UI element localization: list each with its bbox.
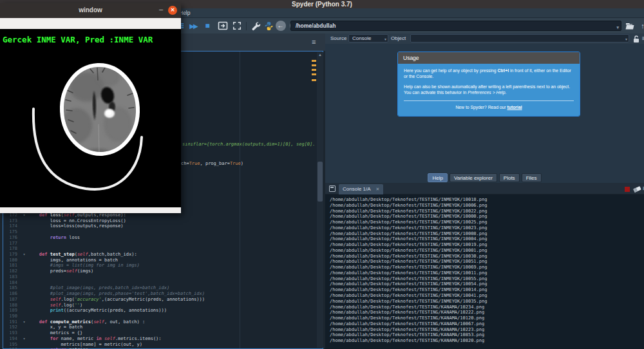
warning-mark[interactable] (312, 79, 316, 81)
code-line[interactable]: 176 return loss (3, 235, 317, 241)
object-input[interactable]: ▾ (410, 34, 629, 42)
tab-plots[interactable]: Plots (499, 173, 520, 182)
line-number: 179 (3, 252, 20, 258)
fast-forward-icon: ▶▶ (189, 23, 196, 30)
line-number: 195 (3, 342, 20, 348)
fold-marker-icon (20, 291, 28, 297)
code-line[interactable]: 186 #plot_image(imgs, preds,phase='test'… (3, 291, 317, 297)
browse-tabs-icon[interactable] (329, 185, 336, 192)
cv-window-statusbar (0, 207, 181, 213)
line-number: 184 (3, 280, 20, 286)
tab-help[interactable]: Help (428, 173, 447, 182)
code-text: #plot_image(imgs, preds,batch_idx=batch_… (28, 285, 169, 291)
warning-mark[interactable] (312, 69, 316, 71)
close-button[interactable]: ✕ (168, 6, 177, 15)
up-arrow-icon: ↑ (641, 22, 644, 30)
code-line[interactable]: 188 self.log('') (3, 303, 317, 308)
fold-marker-icon (20, 303, 28, 308)
pane-layout-button[interactable] (217, 21, 229, 31)
console-line: /home/abdullah/Desktop/Teknofest/TESTING… (330, 276, 644, 282)
code-line[interactable]: 194▾ for name, metric in self.metrics.it… (3, 336, 317, 342)
source-select[interactable]: Console ▾ (348, 34, 388, 42)
fold-marker-icon[interactable]: ▾ (20, 336, 28, 342)
warning-mark[interactable] (312, 73, 316, 75)
code-line[interactable]: 195 metrics[name] = metric(out, y) (3, 342, 317, 348)
tab-console-1a[interactable]: Console 1/A ✕ (339, 184, 383, 194)
fold-marker-icon (20, 325, 28, 330)
code-line[interactable]: 187 self.log('accuracy',(accuracyMetric(… (3, 297, 317, 303)
usage-divider (404, 100, 574, 101)
tab-variable-explorer[interactable]: Variable explorer (450, 173, 497, 182)
browse-directory-button[interactable] (624, 21, 636, 31)
warning-mark[interactable] (312, 64, 316, 66)
fold-marker-icon[interactable]: ▾ (20, 212, 28, 218)
code-line[interactable]: 180 imgs, annotations = batch (3, 258, 317, 263)
cv-window-titlebar[interactable]: window – ✕ (0, 3, 181, 18)
console-line: /home/abdullah/Desktop/Teknofest/TESTING… (330, 321, 644, 327)
editor-options-menu-icon[interactable]: ≡ (312, 37, 316, 46)
code-line[interactable]: 185 #plot_image(imgs, preds,batch_idx=ba… (3, 285, 317, 291)
code-line[interactable]: 173 loss = nn.CrossEntropyLoss() (3, 218, 317, 224)
fold-marker-icon (20, 246, 28, 252)
code-line[interactable]: 179▾ def test_step(self,batch,batch_idx)… (3, 252, 317, 258)
code-text: print((accuracyMetric(preds, annotations… (28, 308, 167, 314)
preferences-button[interactable] (250, 21, 261, 31)
maximize-pane-button[interactable] (231, 21, 243, 31)
minimize-icon[interactable]: – (159, 5, 163, 13)
tab-files[interactable]: Files (522, 173, 542, 182)
code-text: def test_step(self,batch,batch_idx): (28, 252, 137, 258)
console-line: /home/abdullah/Desktop/Teknofest/TESTING… (330, 310, 644, 316)
code-line[interactable]: 192 x, y = batch (3, 325, 317, 330)
fold-marker-icon (20, 280, 28, 286)
code-fragment-call: ch=True, prog_bar=True) (181, 161, 243, 166)
code-line[interactable]: 193 metrics = {} (3, 330, 317, 336)
console-tab-label: Console 1/A (343, 186, 370, 192)
source-label: Source (330, 35, 346, 41)
console-line: /home/abdullah/Desktop/Teknofest/TESTING… (330, 225, 644, 231)
code-line[interactable]: 174 loss=loss(outputs,response) (3, 223, 317, 229)
line-number: 191 (3, 319, 20, 325)
fold-marker-icon[interactable]: ▾ (20, 319, 28, 325)
code-line[interactable]: 183 (3, 274, 317, 280)
console-output[interactable]: /home/abdullah/Desktop/Teknofest/TESTING… (325, 194, 644, 349)
fold-marker-icon (20, 342, 28, 348)
fold-marker-icon (20, 330, 28, 336)
code-line[interactable]: 177 (3, 241, 317, 247)
python-logo-icon (264, 21, 274, 31)
editor-scrollbar[interactable]: ▲ (317, 52, 323, 348)
code-lines: 172▾ def loss(self,outputs,response):173… (3, 212, 317, 349)
python-env-button[interactable] (263, 21, 274, 31)
help-toolbar: Source Console ▾ Object ▾ ≡ (325, 33, 644, 44)
tutorial-link[interactable]: tutorial (507, 105, 522, 109)
chevron-down-icon[interactable]: ▾ (616, 23, 619, 32)
code-line[interactable]: 178 (3, 246, 317, 252)
working-directory-field[interactable]: /home/abdullah ▾ (290, 21, 621, 31)
clear-console-icon[interactable] (633, 186, 641, 193)
back-button[interactable]: ← (274, 21, 287, 31)
code-line[interactable]: 190 (3, 314, 317, 319)
cv-window[interactable]: window – ✕ (0, 3, 181, 213)
debug-continue-button[interactable]: ▶▶ (187, 21, 199, 31)
code-line[interactable]: 191▾ def compute_metrics(self, out, batc… (3, 319, 317, 325)
fold-marker-icon (20, 285, 28, 291)
lock-icon[interactable] (632, 35, 640, 43)
code-line[interactable]: 181 #imgs = list(img for img in imgs) (3, 263, 317, 269)
code-line[interactable]: 182 preds=self(imgs) (3, 269, 317, 274)
editor-scrollbar-thumb[interactable] (317, 162, 323, 202)
usage-footer: New to Spyder? Read our tutorial (404, 105, 574, 112)
fold-marker-icon[interactable]: ▾ (20, 252, 28, 258)
code-line[interactable]: 184 (3, 280, 317, 286)
fold-marker-icon (20, 218, 28, 224)
warning-mark[interactable] (312, 60, 316, 62)
stop-debug-button[interactable]: ■ (202, 21, 213, 31)
code-line[interactable]: 172▾ def loss(self,outputs,response): (3, 212, 317, 218)
chevron-down-icon: ▾ (384, 36, 386, 43)
close-icon[interactable]: ✕ (375, 187, 379, 191)
interrupt-kernel-button[interactable] (625, 187, 630, 192)
scroll-up-icon[interactable]: ▲ (317, 53, 323, 57)
line-number: 176 (3, 235, 20, 241)
parent-directory-button[interactable]: ↑ (639, 21, 644, 31)
code-line[interactable]: 189 print((accuracyMetric(preds, annotat… (3, 308, 317, 314)
code-text: loss = nn.CrossEntropyLoss() (28, 218, 126, 224)
code-line[interactable]: 175 (3, 229, 317, 235)
